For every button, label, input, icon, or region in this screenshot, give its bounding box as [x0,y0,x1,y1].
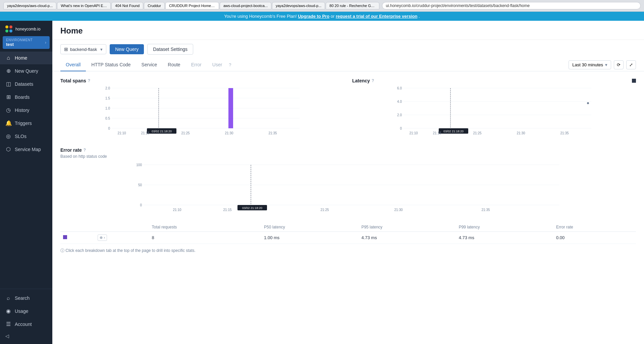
total-spans-svg: 2.0 1.5 1.0 0.5 0 03/02 21:18:20 [60,85,344,138]
dataset-icon: ⊞ [64,47,68,52]
new-query-button[interactable]: New Query [110,44,144,54]
sidebar-item-datasets[interactable]: ◫ Datasets [0,77,52,90]
sidebar-item-service-map[interactable]: ⬡ Service Map [0,143,52,156]
info-text: ⓘ Click each breakdown tab at the top of… [60,248,196,254]
upgrade-link[interactable]: Upgrade to Pro [298,14,329,19]
trial-link[interactable]: request a trial of our Enterprise versio… [336,14,417,19]
error-rate-subtitle: Based on http status code [60,154,636,159]
sidebar-item-account-label: Account [15,322,32,327]
sidebar-item-home[interactable]: ⌂ Home [0,52,52,64]
sidebar-item-usage[interactable]: ◉ Usage [0,304,52,318]
total-spans-chart: Total spans ? 2.0 1. [60,78,344,139]
charts-row-top: Total spans ? 2.0 1. [60,78,636,139]
svg-text:4.0: 4.0 [397,100,402,104]
tab-route[interactable]: Route [162,59,185,71]
address-bar[interactable]: ui.honeycomb.io/cruddur-project/environm… [382,2,641,9]
sidebar-item-triggers[interactable]: 🔔 Triggers [0,117,52,130]
sidebar-logo: honeycomb.io [0,21,52,36]
col-header-p99: P99 latency [456,223,553,232]
browser-tab-3[interactable]: 404 Not Found [111,2,143,9]
datasets-icon: ◫ [5,81,11,87]
app-layout: honeycomb.io ENVIRONMENT test › ⌂ Home ⊕… [0,21,644,344]
svg-text:2.0: 2.0 [105,86,110,90]
col-header-p50: P50 latency [261,223,359,232]
triggers-icon: 🔔 [5,120,11,126]
sidebar-item-boards[interactable]: ⊞ Boards [0,90,52,104]
share-button[interactable]: ⤢ [626,60,636,69]
time-selector[interactable]: Last 30 minutes ▾ [569,60,611,69]
row-actions: ⊕ › [98,234,146,241]
browser-tab-2[interactable]: What's new in OpenAPI Ec... [57,2,111,9]
svg-text:03/02 21:18:20: 03/02 21:18:20 [443,130,464,133]
time-chevron-icon: ▾ [605,62,607,67]
svg-text:21:30: 21:30 [225,131,233,135]
sidebar-collapse-btn[interactable]: ◁ [0,331,52,341]
new-query-icon: ⊕ [5,68,11,74]
tab-service[interactable]: Service [136,59,163,71]
sidebar-item-history[interactable]: ◷ History [0,104,52,117]
svg-text:21:35: 21:35 [268,131,277,135]
dataset-name: backend-flask [70,47,97,52]
toolbar: ⊞ backend-flask ▾ New Query Dataset Sett… [52,40,644,59]
browser-tabs: yaya2devops/aws-cloud-p... What's new in… [3,2,379,9]
svg-text:0: 0 [400,127,402,130]
page-header: Home [52,21,644,40]
svg-text:21:10: 21:10 [173,208,181,212]
slos-icon: ◎ [5,133,11,139]
browser-tab-6[interactable]: aws-cloud-project-bootca... [220,2,271,9]
row-color-cell [60,232,95,244]
svg-text:1.0: 1.0 [105,107,110,110]
latency-help-icon[interactable]: ? [372,78,374,83]
sidebar-item-new-query[interactable]: ⊕ New Query [0,64,52,77]
svg-text:100: 100 [136,163,142,167]
total-spans-chart-wrapper: 2.0 1.5 1.0 0.5 0 03/02 21:18:20 [60,85,344,139]
tabs-help-icon[interactable]: ? [229,62,231,67]
total-spans-help-icon[interactable]: ? [88,78,90,83]
browser-tab-1[interactable]: yaya2devops/aws-cloud-p... [3,2,56,9]
browser-tab-4[interactable]: Cruddur [144,2,165,9]
svg-text:21:25: 21:25 [320,208,329,212]
latency-svg: 6.0 4.0 2.0 0 03/02 21:18:20 [352,85,636,138]
sidebar-item-triggers-label: Triggers [15,121,32,126]
sidebar-nav: ⌂ Home ⊕ New Query ◫ Datasets ⊞ Boards ◷… [0,52,52,289]
tab-overall[interactable]: Overall [60,59,86,71]
sidebar-item-account[interactable]: ☰ Account [0,318,52,331]
dataset-settings-button[interactable]: Dataset Settings [147,44,193,55]
sidebar-item-datasets-label: Datasets [15,81,33,87]
tab-user: User [207,59,228,71]
error-rate-help-icon[interactable]: ? [84,148,86,152]
history-icon: ◷ [5,107,11,113]
dataset-selector[interactable]: ⊞ backend-flask ▾ [60,44,106,54]
svg-text:21:15: 21:15 [433,131,441,135]
search-icon: ⌕ [5,295,11,301]
browser-tab-7[interactable]: yaya2devops/aws-cloud-p... [272,2,325,9]
svg-text:0: 0 [108,127,110,130]
tab-error: Error [186,59,207,71]
error-rate-title: Error rate ? [60,147,636,153]
browser-tab-5[interactable]: CRUDDUR Project Home |... [165,2,219,9]
row-p95-latency: 4.73 ms [359,232,456,244]
logo-icon [5,25,13,33]
sidebar-item-boards-label: Boards [15,94,30,100]
col-header-total-requests: Total requests [149,223,262,232]
sidebar-item-new-query-label: New Query [15,68,38,74]
sidebar-item-history-label: History [15,108,30,113]
svg-text:21:10: 21:10 [117,131,126,135]
sidebar-item-search[interactable]: ⌕ Search [0,292,52,304]
tab-http-status-code[interactable]: HTTP Status Code [86,59,136,71]
browser-tab-8[interactable]: 80 20 rule - Recherche Go... [326,2,379,9]
environment-selector[interactable]: ENVIRONMENT test › [3,36,50,49]
stats-table: Total requests P50 latency P95 latency P… [60,223,636,244]
svg-text:21:30: 21:30 [394,208,402,212]
svg-point-30 [587,102,589,104]
row-icon-button[interactable]: ⊕ › [98,234,107,241]
latency-legend-color [632,79,636,83]
sidebar-bottom: ⌕ Search ◉ Usage ☰ Account ◁ [0,289,52,344]
sidebar-item-usage-label: Usage [15,308,28,314]
table-row: ⊕ › 8 1.00 ms 4.73 ms 4.73 ms 0.00 [60,232,636,244]
sidebar-item-home-label: Home [15,55,27,61]
svg-text:03/02 21:18:20: 03/02 21:18:20 [242,206,262,210]
total-spans-title: Total spans ? [60,78,344,83]
sidebar-item-slos[interactable]: ◎ SLOs [0,130,52,143]
refresh-button[interactable]: ⟳ [614,60,624,69]
